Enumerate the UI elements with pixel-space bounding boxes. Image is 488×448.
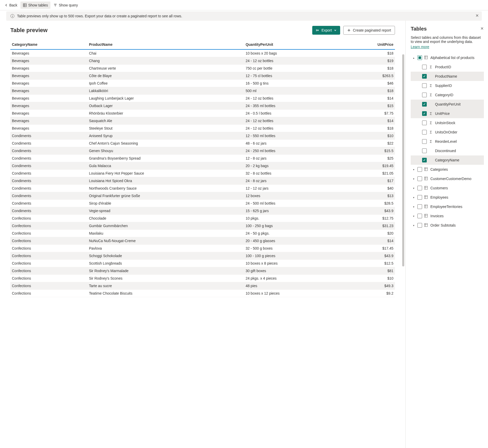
table-row[interactable]: BeveragesLaughing Lumberjack Lager24 - 1… — [10, 95, 395, 102]
info-close-button[interactable] — [476, 13, 479, 18]
table-row[interactable]: CondimentsVegie-spread15 - 625 g jars$43… — [10, 207, 395, 215]
column-name: UnitPrice — [435, 111, 450, 116]
table-row[interactable]: ConfectionsPavlova32 - 500 g boxes$17.45 — [10, 245, 395, 252]
table-cell: Condiments — [10, 207, 87, 215]
table-cell: Pavlova — [87, 245, 244, 252]
table-row[interactable]: ConfectionsSir Rodney's Scones24 pkgs. x… — [10, 275, 395, 282]
table-row[interactable]: ConfectionsSir Rodney's Marmalade30 gift… — [10, 267, 395, 275]
scrollbar-thumb[interactable] — [402, 54, 404, 266]
column-header[interactable]: UnitPrice — [344, 40, 395, 49]
table-cell: 24 - 0.5 l bottles — [244, 110, 344, 117]
table-row[interactable]: ConfectionsNuNuCa Nuß-Nougat-Creme20 - 4… — [10, 237, 395, 245]
tree-table[interactable]: ▾EmployeeTerritories — [411, 202, 484, 211]
table-cell: 32 - 8 oz bottles — [244, 170, 344, 177]
checkbox[interactable] — [417, 186, 422, 190]
table-row[interactable]: BeveragesSasquatch Ale24 - 12 oz bottles… — [10, 117, 395, 125]
learn-more-link[interactable]: Learn more — [411, 45, 429, 49]
table-row[interactable]: CondimentsGenen Shouyu24 - 250 ml bottle… — [10, 147, 395, 155]
table-cell: Confections — [10, 215, 87, 222]
table-cell: Condiments — [10, 155, 87, 162]
table-row[interactable]: CondimentsSirop d'érable24 - 500 ml bott… — [10, 200, 395, 207]
table-cell: Lakkalikööri — [87, 87, 244, 95]
page-title: Table preview — [10, 27, 48, 34]
table-row[interactable]: ConfectionsChocolade10 pkgs.$12.75 — [10, 215, 395, 222]
table-row[interactable]: CondimentsLouisiana Fiery Hot Pepper Sau… — [10, 170, 395, 177]
panel-close-button[interactable] — [480, 26, 484, 32]
table-row[interactable]: BeveragesLakkalikööri500 ml$18 — [10, 87, 395, 95]
tree-column[interactable]: CategoryName — [411, 155, 484, 165]
tree-table[interactable]: ▾CustomerCustomerDemo — [411, 174, 484, 183]
checkbox[interactable] — [422, 111, 427, 116]
checkbox[interactable] — [422, 93, 427, 97]
table-row[interactable]: ConfectionsSchoggi Schokolade100 - 100 g… — [10, 252, 395, 260]
checkbox[interactable] — [417, 204, 422, 209]
checkbox[interactable] — [417, 167, 422, 172]
tree-table[interactable]: ▾Invoices — [411, 211, 484, 221]
table-cell: 24 - 250 ml bottles — [244, 147, 344, 155]
table-row[interactable]: CondimentsOriginal Frankfurter grüne Soß… — [10, 192, 395, 200]
tree-column[interactable]: ΣUnitPrice — [411, 109, 484, 118]
checkbox[interactable] — [417, 223, 422, 228]
checkbox[interactable] — [417, 195, 422, 200]
table-cell: Condiments — [10, 192, 87, 200]
show-query-button[interactable]: Show query — [51, 2, 80, 9]
table-row[interactable]: ConfectionsMaxilaku24 - 50 g pkgs.$20 — [10, 230, 395, 237]
table-row[interactable]: CondimentsGrandma's Boysenberry Spread12… — [10, 155, 395, 162]
table-row[interactable]: ConfectionsGumbär Gummibärchen100 - 250 … — [10, 222, 395, 230]
table-row[interactable]: BeveragesSteeleye Stout24 - 12 oz bottle… — [10, 125, 395, 132]
table-row[interactable]: BeveragesRhönbräu Klosterbier24 - 0.5 l … — [10, 110, 395, 117]
checkbox[interactable] — [417, 176, 422, 181]
checkbox[interactable] — [422, 83, 427, 88]
table-cell: $10 — [344, 132, 395, 140]
table-row[interactable]: ConfectionsTarte au sucre48 pies$49.3 — [10, 282, 395, 290]
checkbox[interactable] — [422, 65, 427, 69]
tree-column[interactable]: ΣProductID — [411, 62, 484, 72]
table-row[interactable]: BeveragesChartreuse verte750 cc per bott… — [10, 65, 395, 72]
checkbox[interactable] — [417, 214, 422, 218]
export-button[interactable]: Export — [312, 26, 340, 35]
checkbox[interactable] — [422, 102, 427, 107]
table-cell: Chartreuse verte — [87, 65, 244, 72]
tree-table[interactable]: ▾Categories — [411, 165, 484, 174]
tree-column[interactable]: ProductName — [411, 72, 484, 81]
checkbox[interactable] — [422, 139, 427, 144]
tree-column[interactable]: ΣUnitsInStock — [411, 118, 484, 128]
tree-column[interactable]: ΣCategoryID — [411, 90, 484, 100]
table-row[interactable]: CondimentsLouisiana Hot Spiced Okra24 - … — [10, 177, 395, 185]
checkbox[interactable] — [422, 148, 427, 153]
tree-column[interactable]: ΣUnitsOnOrder — [411, 128, 484, 137]
table-row[interactable]: CondimentsAniseed Syrup12 - 550 ml bottl… — [10, 132, 395, 140]
tables-panel: Tables Select tables and columns from th… — [405, 21, 488, 448]
tree-table[interactable]: ▾Employees — [411, 193, 484, 202]
table-row[interactable]: ConfectionsScottish Longbreads10 boxes x… — [10, 260, 395, 267]
table-row[interactable]: BeveragesChang24 - 12 oz bottles$19 — [10, 57, 395, 65]
checkbox[interactable] — [422, 74, 427, 79]
checkbox[interactable] — [422, 130, 427, 135]
column-header[interactable]: CategoryName — [10, 40, 87, 49]
checkbox[interactable] — [422, 158, 427, 162]
create-report-button[interactable]: Create paginated report — [343, 26, 395, 35]
back-button[interactable]: Back — [2, 2, 20, 9]
table-row[interactable]: CondimentsGula Malacca20 - 2 kg bags$19.… — [10, 162, 395, 170]
table-row[interactable]: ConfectionsTeatime Chocolate Biscuits10 … — [10, 290, 395, 297]
tree-table-expanded[interactable]: ▴Alphabetical list of products — [411, 53, 484, 62]
checkbox[interactable] — [422, 121, 427, 125]
table-row[interactable]: BeveragesOutback Lager24 - 355 ml bottle… — [10, 102, 395, 110]
checkbox-indeterminate[interactable] — [417, 55, 422, 60]
table-row[interactable]: CondimentsChef Anton's Cajun Seasoning48… — [10, 140, 395, 147]
tree-column[interactable]: QuantityPerUnit — [411, 100, 484, 109]
table-name: Customers — [430, 186, 448, 190]
tree-table[interactable]: ▾Customers — [411, 183, 484, 193]
tree-column[interactable]: Discontinued — [411, 146, 484, 155]
table-row[interactable]: BeveragesIpoh Coffee16 - 500 g tins$46 — [10, 80, 395, 87]
tree-column[interactable]: ΣReorderLevel — [411, 137, 484, 146]
tree-table[interactable]: ▾Order Subtotals — [411, 221, 484, 230]
table-row[interactable]: CondimentsNorthwoods Cranberry Sauce12 -… — [10, 185, 395, 192]
chevron-down-icon: ▾ — [412, 215, 415, 218]
column-header[interactable]: ProductName — [87, 40, 244, 49]
tree-column[interactable]: ΣSupplierID — [411, 81, 484, 90]
show-tables-button[interactable]: Show tables — [20, 2, 50, 9]
table-row[interactable]: BeveragesChai10 boxes x 20 bags$18 — [10, 49, 395, 57]
table-row[interactable]: BeveragesCôte de Blaye12 - 75 cl bottles… — [10, 72, 395, 80]
column-header[interactable]: QuantityPerUnit — [244, 40, 344, 49]
